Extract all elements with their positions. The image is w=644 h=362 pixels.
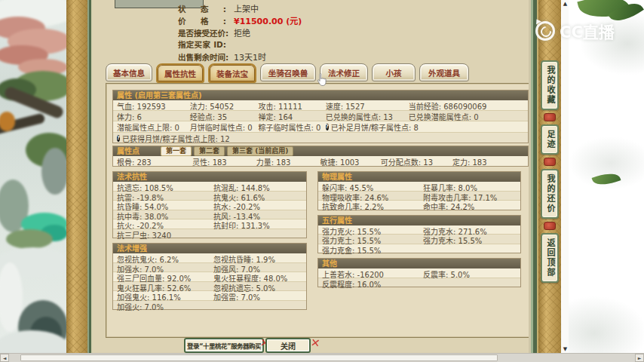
stat-text: 抗致命几率: 2.2% bbox=[322, 201, 384, 212]
attr-set-tab[interactable]: 第一套 bbox=[161, 146, 192, 156]
help-icon[interactable]: ? bbox=[326, 124, 329, 130]
attributes-grid: 气血: 192593法力: 54052攻击: 11111速度: 1527当前经验… bbox=[113, 100, 528, 143]
magic-enhance-grid: 忽视抗鬼火: 6.2%忽视抗昏睡: 1.9%加强水: 7.0%加强风: 7.0%… bbox=[113, 253, 306, 309]
stat-cell: 经验点: 35 bbox=[186, 111, 255, 122]
listing-status: 状态:上架中价格:¥11500.00 (元)是否接受还价:拒绝指定买家 ID:出… bbox=[178, 2, 302, 63]
scroll-left-arrow[interactable]: ◄ bbox=[0, 354, 9, 362]
stat-text: 速度: 1527 bbox=[326, 100, 365, 112]
status-label: 价格: bbox=[178, 15, 226, 26]
stat-row: 根骨: 283灵性: 183力量: 183敏捷: 1003可分配点数: 13定力… bbox=[113, 156, 528, 166]
attribute-set-tabs: 第一套第二套第三套 (当前启用) bbox=[161, 146, 293, 156]
stat-cell: 当前经验: 686090069 bbox=[405, 100, 528, 112]
stat-row: 加强水: 7.0%加强风: 7.0% bbox=[113, 262, 306, 272]
stat-cell: 气血: 192593 bbox=[113, 100, 186, 112]
stat-text: 攻击: 11111 bbox=[259, 100, 302, 112]
side-tab[interactable]: 足迹 bbox=[541, 124, 559, 155]
stat-text: 已补足月饼/粽子属性点: 8 bbox=[331, 121, 419, 133]
close-button[interactable]: 关闭 bbox=[265, 338, 311, 353]
side-tab[interactable]: 返回顶部 bbox=[541, 233, 559, 283]
side-tab[interactable]: 我的收藏 bbox=[541, 60, 559, 110]
stat-cell: 加强雷: 7.0% bbox=[210, 291, 306, 302]
stat-cell: 可分配点数: 13 bbox=[377, 156, 449, 167]
horizontal-scroll-thumb[interactable] bbox=[20, 354, 498, 361]
stat-cell: 敏捷: 1003 bbox=[316, 156, 376, 167]
category-tab-label: 属性抗性 bbox=[164, 68, 196, 79]
help-icon[interactable]: ? bbox=[117, 135, 120, 142]
side-tab[interactable]: 我的还价 bbox=[541, 169, 559, 219]
stat-row: 抗昏睡: 54.0%抗水: -20.2% bbox=[113, 200, 306, 210]
stat-cell: 法力: 54052 bbox=[186, 100, 255, 112]
left-artwork bbox=[0, 0, 66, 362]
stat-text: 反震程度: 16.0% bbox=[322, 278, 381, 290]
stat-cell: 抗封印: 131.3% bbox=[210, 219, 306, 231]
physical-grid: 躲闪率: 45.5%狂暴几率: 8.0%物理吸收率: 24.6%附毒攻击几率: … bbox=[318, 182, 520, 210]
stat-text: 法力: 54052 bbox=[190, 100, 234, 112]
hand-cursor-icon bbox=[315, 72, 327, 87]
section-magic-resist: 法术抗性 抗遗忘: 108.5%抗混乱: 144.8%抗雷: -19.8%抗鬼火… bbox=[112, 171, 307, 238]
section-other: 其他 上善若水: -16200反震率: 5.0%反震程度: 16.0% bbox=[317, 258, 521, 287]
stat-cell: ?已获得月饼/粽子属性点上限: 12 bbox=[113, 133, 186, 144]
category-tab[interactable]: 基本信息 bbox=[106, 63, 152, 81]
category-tab-label: 坐骑召唤兽 bbox=[268, 67, 308, 78]
stat-row: 鬼火狂暴几率: 52.6%忽视抗遗忘: 5.0% bbox=[113, 281, 306, 291]
right-stat-column: 物理属性 躲闪率: 45.5%狂暴几率: 8.0%物理吸收率: 24.6%附毒攻… bbox=[317, 171, 521, 292]
cc-logo-text: CC直播 bbox=[560, 20, 615, 42]
listing-page: 状态:上架中价格:¥11500.00 (元)是否接受还价:拒绝指定买家 ID:出… bbox=[93, 0, 529, 362]
vertical-scrollbar[interactable]: ▲ ▼ bbox=[562, 0, 569, 354]
login-buy-button[interactable]: 登录“十里桃花”服务器购买 bbox=[184, 338, 264, 353]
attr-set-tab[interactable]: 第三套 (当前启用) bbox=[227, 146, 293, 156]
stat-text: 定力: 183 bbox=[452, 156, 487, 167]
category-tab-label: 基本信息 bbox=[113, 67, 145, 78]
stat-text: 当前经验: 686090069 bbox=[409, 100, 487, 112]
scroll-down-arrow[interactable]: ▼ bbox=[562, 346, 569, 353]
status-row: 是否接受还价:拒绝 bbox=[178, 26, 302, 35]
stat-cell: 攻击: 11111 bbox=[255, 100, 322, 112]
scroll-edge-right bbox=[529, 0, 538, 362]
section-magic-enhance: 法术增强 忽视抗鬼火: 6.2%忽视抗昏睡: 1.9%加强水: 7.0%加强风:… bbox=[112, 243, 307, 310]
category-tab[interactable]: 属性抗性 bbox=[156, 63, 204, 83]
scroll-right-arrow[interactable]: ► bbox=[635, 354, 644, 362]
stat-row: 体力: 6经验点: 35禅定: 164已兑换的属性点: 13已兑换潜能属性点: … bbox=[113, 110, 528, 121]
other-grid: 上善若水: -16200反震率: 5.0%反震程度: 16.0% bbox=[318, 268, 520, 287]
section-title: 属性点 bbox=[117, 146, 140, 156]
stat-row: 加强鬼火: 116.1%加强雷: 7.0% bbox=[113, 290, 306, 300]
category-tab-label: 外观道具 bbox=[428, 67, 460, 78]
category-tab[interactable]: 坐骑召唤兽 bbox=[260, 63, 316, 81]
section-title: 法术增强 bbox=[117, 244, 147, 253]
stat-text: 反震率: 5.0% bbox=[423, 268, 470, 280]
stat-text: 月饼临时属性点: 0 bbox=[190, 121, 253, 133]
stat-row: 上善若水: -16200反震率: 5.0% bbox=[318, 268, 520, 278]
stat-cell: 已兑换的属性点: 13 bbox=[322, 111, 405, 122]
status-label: 出售剩余时间: bbox=[178, 51, 226, 63]
rope-knot-icon bbox=[544, 113, 556, 121]
stat-text: 强力克木: 15.5% bbox=[423, 235, 482, 246]
stat-cell: 定力: 183 bbox=[449, 156, 528, 167]
stat-row: 抗火: -20.2%抗封印: 131.3% bbox=[113, 219, 306, 229]
status-row: 价格:¥11500.00 (元) bbox=[178, 14, 302, 23]
stat-cell: 潜能属性点上限: 0 bbox=[113, 121, 186, 133]
category-tab[interactable]: 装备法宝 bbox=[208, 63, 256, 83]
stat-text: 已兑换的属性点: 13 bbox=[326, 111, 393, 122]
stat-text: 力量: 183 bbox=[256, 156, 291, 167]
stat-text: 已获得月饼/粽子属性点上限: 12 bbox=[122, 133, 230, 144]
screenshot-root: 状态:上架中价格:¥11500.00 (元)是否接受还价:拒绝指定买家 ID:出… bbox=[0, 0, 644, 362]
price-value: ¥11500.00 (元) bbox=[234, 14, 302, 26]
status-label: 指定买家 ID: bbox=[178, 38, 226, 50]
horizontal-scrollbar[interactable]: ◄ ► bbox=[0, 353, 644, 362]
attr-set-tab[interactable]: 第二套 bbox=[194, 146, 225, 156]
stat-cell: 力量: 183 bbox=[253, 156, 317, 167]
category-tab[interactable]: 小孩 bbox=[372, 63, 416, 81]
stat-row: 忽视抗鬼火: 6.2%忽视抗昏睡: 1.9% bbox=[113, 253, 306, 262]
stat-text: 灵性: 183 bbox=[192, 156, 227, 167]
stat-text: 气血: 192593 bbox=[117, 100, 166, 112]
category-tab-label: 装备法宝 bbox=[216, 68, 248, 79]
stat-cell: 体力: 6 bbox=[113, 111, 186, 122]
stat-text: 禅定: 164 bbox=[259, 111, 293, 122]
red-seal-icon: ✕ bbox=[310, 336, 321, 351]
section-attribute-points: 属性点 第一套第二套第三套 (当前启用) 根骨: 283灵性: 183力量: 1… bbox=[112, 146, 529, 167]
stat-cell: 抗三尸虫: 3240 bbox=[113, 229, 210, 241]
category-tab[interactable]: 外观道具 bbox=[419, 63, 469, 81]
scroll-up-arrow[interactable]: ▲ bbox=[562, 1, 569, 8]
attribute-points-grid: 根骨: 283灵性: 183力量: 183敏捷: 1003可分配点数: 13定力… bbox=[113, 156, 528, 166]
stat-cell: 加强火: 7.0% bbox=[113, 301, 210, 312]
